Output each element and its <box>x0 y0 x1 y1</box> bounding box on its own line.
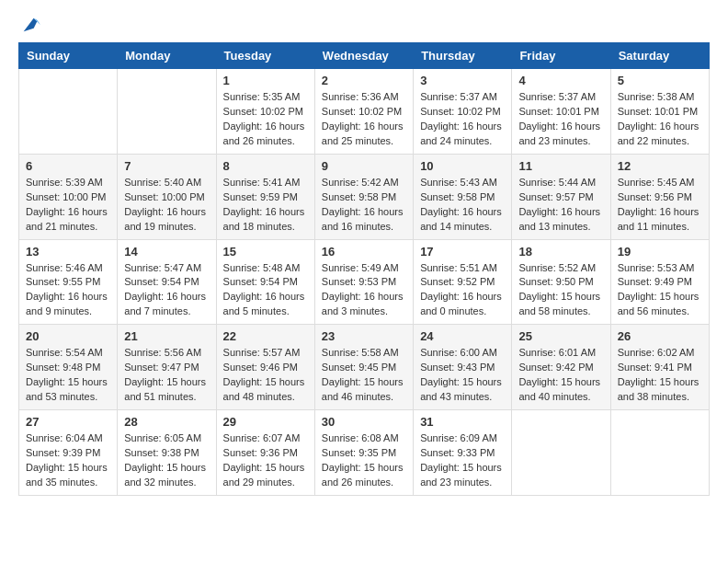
calendar-cell: 19 Sunrise: 5:53 AM Sunset: 9:49 PM Dayl… <box>610 239 709 325</box>
sunrise-label: Sunrise: 6:09 AM <box>420 432 497 443</box>
calendar-cell: 4 Sunrise: 5:37 AM Sunset: 10:01 PM Dayl… <box>512 69 610 155</box>
calendar-cell: 9 Sunrise: 5:42 AM Sunset: 9:58 PM Dayli… <box>314 154 413 239</box>
sunset-label: Sunset: 9:54 PM <box>124 276 199 287</box>
calendar-cell: 5 Sunrise: 5:38 AM Sunset: 10:01 PM Dayl… <box>610 69 709 155</box>
daylight-label: Daylight: 16 hours and 7 minutes. <box>124 291 206 316</box>
sunset-label: Sunset: 9:56 PM <box>618 191 692 202</box>
calendar-week-row: 13 Sunrise: 5:46 AM Sunset: 9:55 PM Dayl… <box>19 239 710 325</box>
sunset-label: Sunset: 9:54 PM <box>223 276 298 287</box>
daylight-label: Daylight: 16 hours and 23 minutes. <box>518 121 600 146</box>
daylight-label: Daylight: 16 hours and 5 minutes. <box>223 291 305 316</box>
logo-icon <box>20 15 40 35</box>
day-number: 31 <box>420 415 505 429</box>
calendar-cell: 16 Sunrise: 5:49 AM Sunset: 9:53 PM Dayl… <box>314 239 413 325</box>
calendar-cell: 27 Sunrise: 6:04 AM Sunset: 9:39 PM Dayl… <box>19 410 118 496</box>
day-info: Sunrise: 5:42 AM Sunset: 9:58 PM Dayligh… <box>322 176 406 235</box>
sunrise-label: Sunrise: 5:36 AM <box>322 91 399 102</box>
header <box>18 15 710 35</box>
weekday-header-row: SundayMondayTuesdayWednesdayThursdayFrid… <box>19 43 710 69</box>
calendar-cell <box>610 410 709 496</box>
sunrise-label: Sunrise: 5:57 AM <box>223 347 301 358</box>
daylight-label: Daylight: 16 hours and 9 minutes. <box>26 291 108 316</box>
sunset-label: Sunset: 10:00 PM <box>124 191 204 202</box>
sunset-label: Sunset: 9:58 PM <box>420 191 495 202</box>
day-number: 14 <box>124 245 209 259</box>
calendar-cell: 11 Sunrise: 5:44 AM Sunset: 9:57 PM Dayl… <box>512 154 610 239</box>
sunrise-label: Sunrise: 6:02 AM <box>618 347 695 358</box>
day-info: Sunrise: 5:35 AM Sunset: 10:02 PM Daylig… <box>223 90 308 149</box>
daylight-label: Daylight: 16 hours and 21 minutes. <box>26 206 108 232</box>
day-info: Sunrise: 6:08 AM Sunset: 9:35 PM Dayligh… <box>322 431 406 490</box>
sunset-label: Sunset: 9:48 PM <box>26 362 100 373</box>
daylight-label: Daylight: 16 hours and 16 minutes. <box>322 206 404 232</box>
day-info: Sunrise: 5:36 AM Sunset: 10:02 PM Daylig… <box>322 90 406 149</box>
sunrise-label: Sunrise: 5:48 AM <box>223 262 301 273</box>
day-number: 24 <box>420 329 505 343</box>
daylight-label: Daylight: 15 hours and 58 minutes. <box>518 291 600 316</box>
daylight-label: Daylight: 16 hours and 22 minutes. <box>618 121 700 146</box>
day-number: 11 <box>518 159 603 173</box>
sunrise-label: Sunrise: 5:58 AM <box>322 347 399 358</box>
weekday-header-tuesday: Tuesday <box>216 43 314 69</box>
sunset-label: Sunset: 9:39 PM <box>26 447 100 458</box>
day-info: Sunrise: 5:57 AM Sunset: 9:46 PM Dayligh… <box>223 346 308 405</box>
calendar-cell: 7 Sunrise: 5:40 AM Sunset: 10:00 PM Dayl… <box>118 154 216 239</box>
daylight-label: Daylight: 16 hours and 26 minutes. <box>223 121 305 146</box>
day-number: 26 <box>618 329 702 343</box>
svg-marker-0 <box>24 18 40 32</box>
day-info: Sunrise: 5:41 AM Sunset: 9:59 PM Dayligh… <box>223 176 308 235</box>
day-info: Sunrise: 6:05 AM Sunset: 9:38 PM Dayligh… <box>124 431 209 490</box>
sunrise-label: Sunrise: 5:53 AM <box>618 262 695 273</box>
calendar-cell <box>118 69 216 155</box>
day-info: Sunrise: 5:58 AM Sunset: 9:45 PM Dayligh… <box>322 346 406 405</box>
calendar-cell: 31 Sunrise: 6:09 AM Sunset: 9:33 PM Dayl… <box>414 410 512 496</box>
calendar-cell: 6 Sunrise: 5:39 AM Sunset: 10:00 PM Dayl… <box>19 154 118 239</box>
daylight-label: Daylight: 16 hours and 13 minutes. <box>518 206 600 232</box>
calendar-cell: 24 Sunrise: 6:00 AM Sunset: 9:43 PM Dayl… <box>414 325 512 410</box>
calendar-cell: 10 Sunrise: 5:43 AM Sunset: 9:58 PM Dayl… <box>414 154 512 239</box>
daylight-label: Daylight: 16 hours and 11 minutes. <box>618 206 700 232</box>
sunrise-label: Sunrise: 6:01 AM <box>518 347 596 358</box>
day-number: 29 <box>223 415 308 429</box>
calendar-cell: 3 Sunrise: 5:37 AM Sunset: 10:02 PM Dayl… <box>414 69 512 155</box>
calendar-cell: 25 Sunrise: 6:01 AM Sunset: 9:42 PM Dayl… <box>512 325 610 410</box>
day-number: 12 <box>618 159 702 173</box>
sunrise-label: Sunrise: 5:35 AM <box>223 91 301 102</box>
sunset-label: Sunset: 9:53 PM <box>322 276 396 287</box>
sunset-label: Sunset: 9:57 PM <box>518 191 593 202</box>
calendar-cell: 28 Sunrise: 6:05 AM Sunset: 9:38 PM Dayl… <box>118 410 216 496</box>
day-info: Sunrise: 5:37 AM Sunset: 10:01 PM Daylig… <box>518 90 603 149</box>
day-info: Sunrise: 5:38 AM Sunset: 10:01 PM Daylig… <box>618 90 702 149</box>
day-info: Sunrise: 5:39 AM Sunset: 10:00 PM Daylig… <box>26 176 110 235</box>
calendar-cell: 21 Sunrise: 5:56 AM Sunset: 9:47 PM Dayl… <box>118 325 216 410</box>
calendar-cell: 12 Sunrise: 5:45 AM Sunset: 9:56 PM Dayl… <box>610 154 709 239</box>
sunrise-label: Sunrise: 5:49 AM <box>322 262 399 273</box>
day-number: 10 <box>420 159 505 173</box>
sunrise-label: Sunrise: 5:47 AM <box>124 262 201 273</box>
sunrise-label: Sunrise: 5:51 AM <box>420 262 497 273</box>
calendar-cell: 2 Sunrise: 5:36 AM Sunset: 10:02 PM Dayl… <box>314 69 413 155</box>
day-info: Sunrise: 5:48 AM Sunset: 9:54 PM Dayligh… <box>223 261 308 320</box>
daylight-label: Daylight: 16 hours and 24 minutes. <box>420 121 502 146</box>
day-number: 13 <box>26 245 110 259</box>
weekday-header-saturday: Saturday <box>610 43 709 69</box>
daylight-label: Daylight: 16 hours and 18 minutes. <box>223 206 305 232</box>
daylight-label: Daylight: 15 hours and 35 minutes. <box>26 462 108 488</box>
daylight-label: Daylight: 15 hours and 43 minutes. <box>420 376 502 402</box>
day-number: 23 <box>322 329 406 343</box>
day-info: Sunrise: 5:56 AM Sunset: 9:47 PM Dayligh… <box>124 346 209 405</box>
sunset-label: Sunset: 9:52 PM <box>420 276 495 287</box>
day-info: Sunrise: 6:09 AM Sunset: 9:33 PM Dayligh… <box>420 431 505 490</box>
day-number: 25 <box>518 329 603 343</box>
day-number: 17 <box>420 245 505 259</box>
day-number: 3 <box>420 74 505 87</box>
sunset-label: Sunset: 9:35 PM <box>322 447 396 458</box>
day-info: Sunrise: 5:54 AM Sunset: 9:48 PM Dayligh… <box>26 346 110 405</box>
day-number: 27 <box>26 415 110 429</box>
daylight-label: Daylight: 15 hours and 56 minutes. <box>618 291 700 316</box>
sunset-label: Sunset: 9:49 PM <box>618 276 692 287</box>
day-number: 2 <box>322 74 406 87</box>
day-info: Sunrise: 5:51 AM Sunset: 9:52 PM Dayligh… <box>420 261 505 320</box>
sunrise-label: Sunrise: 5:37 AM <box>518 91 596 102</box>
calendar-week-row: 27 Sunrise: 6:04 AM Sunset: 9:39 PM Dayl… <box>19 410 710 496</box>
